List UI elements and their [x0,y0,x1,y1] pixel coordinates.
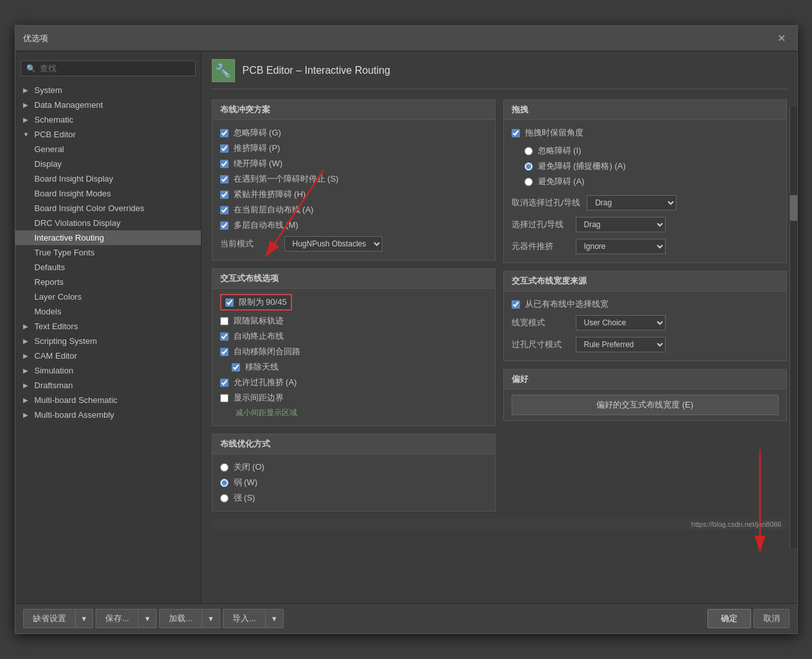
save-button[interactable]: 保存... [96,609,138,628]
checkbox-input[interactable] [512,129,520,137]
load-button[interactable]: 加载... [159,609,202,628]
radio-input[interactable] [524,147,533,155]
checkbox-label[interactable]: 拖拽时保留角度 [525,127,583,139]
sidebar-item-multi-board-schematic[interactable]: ▶ Multi-board Schematic [15,393,201,407]
sidebar-item-board-insight-modes[interactable]: Board Insight Modes [15,186,201,201]
checkbox-label[interactable]: 从已有布线中选择线宽 [525,298,609,310]
search-input[interactable] [40,64,190,73]
sidebar-item-data-management[interactable]: ▶ Data Management [15,98,201,112]
checkbox-input[interactable] [220,221,229,230]
sidebar-item-text-editors[interactable]: ▶ Text Editors [15,319,201,334]
load-split-button: 加载... ▼ [159,609,220,628]
checkbox-input[interactable] [220,206,229,214]
sidebar-item-cam-editor[interactable]: ▶ CAM Editor [15,348,201,363]
search-box[interactable]: 🔍 [21,60,196,76]
scrollbar-thumb[interactable] [790,195,797,221]
import-button[interactable]: 导入... [223,609,265,628]
checkbox-label[interactable]: 推挤障碍 (P) [234,142,281,154]
checkbox-label[interactable]: 允许过孔推挤 (A) [234,377,297,388]
sidebar-item-drc-violations-display[interactable]: DRC Violations Display [15,216,201,230]
sidebar-item-label: Multi-board Schematic [35,395,117,405]
sidebar-item-general[interactable]: General [15,142,201,157]
sidebar-item-defaults[interactable]: Defaults [15,260,201,275]
deselect-select[interactable]: Drag [587,195,677,210]
sidebar-item-simulation[interactable]: ▶ Simulation [15,363,201,378]
checkbox-label[interactable]: 多层自动布线 (M) [234,219,298,231]
sidebar-item-scripting-system[interactable]: ▶ Scripting System [15,334,201,348]
defaults-arrow-button[interactable]: ▼ [75,609,94,628]
checkbox-input[interactable] [220,379,229,387]
radio-input[interactable] [524,162,533,171]
radio-label[interactable]: 强 (S) [234,492,255,504]
checkbox-label[interactable]: 自动移除闭合回路 [234,346,300,357]
radio-input[interactable] [220,494,229,502]
two-column-layout: 布线冲突方案 忽略障碍 (G) 推挤障碍 (P) [212,99,787,519]
sidebar-item-system[interactable]: ▶ System [15,83,201,98]
radio-label[interactable]: 避免障碍 (A) [538,176,585,187]
via-mode-select[interactable]: Rule Preferred User Choice Rule Minimum … [576,337,666,352]
checkbox-input[interactable] [512,300,520,309]
radio-label[interactable]: 弱 (W) [234,477,258,488]
checkbox-input[interactable] [220,332,229,341]
checkbox-input[interactable] [220,160,229,168]
radio-label[interactable]: 避免障碍 (捕捉栅格) (A) [538,160,626,172]
sidebar-item-draftsman[interactable]: ▶ Draftsman [15,378,201,393]
radio-label[interactable]: 关闭 (O) [234,461,264,473]
search-icon: 🔍 [26,64,36,73]
sidebar-item-label: True Type Fonts [35,248,95,257]
sidebar-item-models[interactable]: Models [15,304,201,319]
mode-select[interactable]: HugNPush Obstacles [284,236,383,252]
save-arrow-button[interactable]: ▼ [138,609,157,628]
radio-weak: 弱 (W) [220,475,487,490]
width-mode-select[interactable]: User Choice Rule Preferred Rule Minimum … [576,315,666,330]
sidebar-item-layer-colors[interactable]: Layer Colors [15,289,201,304]
checkbox-label[interactable]: 紧贴并推挤障碍 (H) [234,189,306,200]
radio-input[interactable] [524,178,533,186]
checkbox-input[interactable] [220,394,229,402]
sidebar-item-display[interactable]: Display [15,157,201,171]
sidebar-item-true-type-fonts[interactable]: True Type Fonts [15,245,201,260]
checkbox-label[interactable]: 限制为 90/45 [239,296,287,308]
checkbox-input[interactable] [220,144,229,153]
radio-avoid: 避免障碍 (A) [524,174,779,189]
checkbox-label[interactable]: 移除天线 [245,361,279,373]
preferred-width-button[interactable]: 偏好的交互式布线宽度 (E) [512,395,779,415]
sidebar-item-schematic[interactable]: ▶ Schematic [15,112,201,127]
checkbox-input[interactable] [232,363,240,372]
radio-input[interactable] [220,479,229,487]
checkbox-input[interactable] [220,191,229,199]
checkbox-input[interactable] [220,129,229,137]
select-via-select[interactable]: Drag [576,217,666,232]
ok-button[interactable]: 确定 [707,609,751,628]
checkbox-input[interactable] [220,348,229,356]
sidebar-item-label: Draftsman [35,381,73,390]
cancel-button[interactable]: 取消 [754,609,790,628]
checkbox-label[interactable]: 在遇到第一个障碍时停止 (S) [234,173,339,185]
checkbox-label[interactable]: 绕开障碍 (W) [234,158,283,169]
sidebar-item-pcb-editor[interactable]: ▼ PCB Editor [15,127,201,142]
dialog-title: 优选项 [23,33,48,44]
checkbox-label[interactable]: 跟随鼠标轨迹 [234,315,284,327]
scrollbar-track[interactable] [790,107,797,548]
radio-input[interactable] [220,463,229,472]
checkbox-input[interactable] [220,317,229,325]
checkbox-input[interactable] [225,298,234,307]
sidebar-item-multi-board-assembly[interactable]: ▶ Multi-board Assembly [15,407,201,422]
arrow-icon: ▶ [23,101,31,108]
defaults-button[interactable]: 缺省设置 [23,609,75,628]
radio-label[interactable]: 忽略障碍 (I) [538,145,582,157]
checkbox-label[interactable]: 自动终止布线 [234,330,284,342]
checkbox-label[interactable]: 忽略障碍 (G) [234,127,281,139]
sidebar-item-label: System [35,85,62,95]
sidebar-item-interactive-routing[interactable]: Interactive Routing [15,230,201,245]
sidebar-item-board-insight-display[interactable]: Board Insight Display [15,171,201,186]
checkbox-input[interactable] [220,175,229,184]
close-button[interactable]: ✕ [773,31,790,46]
sidebar-item-reports[interactable]: Reports [15,275,201,289]
load-arrow-button[interactable]: ▼ [202,609,220,628]
import-arrow-button[interactable]: ▼ [265,609,284,628]
sidebar-item-board-insight-color-overrides[interactable]: Board Insight Color Overrides [15,201,201,216]
component-push-select[interactable]: Ignore [576,239,666,254]
checkbox-label[interactable]: 显示间距边界 [234,392,284,404]
checkbox-label[interactable]: 在当前层自动布线 (A) [234,204,314,216]
